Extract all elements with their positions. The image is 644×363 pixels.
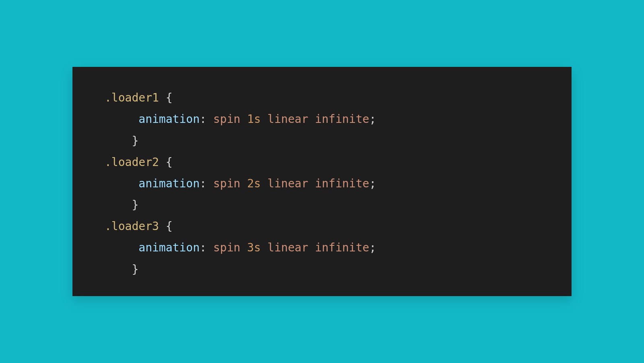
css-property: animation xyxy=(138,112,200,126)
code-block: .loader1 { animation: spin 1s linear inf… xyxy=(72,67,572,296)
css-value: spin xyxy=(213,177,240,190)
css-duration: 3s xyxy=(247,241,261,254)
css-value: linear infinite xyxy=(268,177,369,190)
css-property: animation xyxy=(138,177,200,190)
css-value: linear infinite xyxy=(268,112,369,126)
css-duration: 2s xyxy=(247,177,261,190)
css-selector: .loader3 xyxy=(105,220,159,233)
css-value: spin xyxy=(213,241,240,254)
css-value: linear infinite xyxy=(268,241,369,254)
css-duration: 1s xyxy=(247,112,261,126)
css-value: spin xyxy=(213,112,240,126)
css-selector: .loader1 xyxy=(105,91,159,104)
code-content: .loader1 { animation: spin 1s linear inf… xyxy=(105,87,539,280)
css-property: animation xyxy=(138,241,200,254)
css-selector: .loader2 xyxy=(105,156,159,169)
